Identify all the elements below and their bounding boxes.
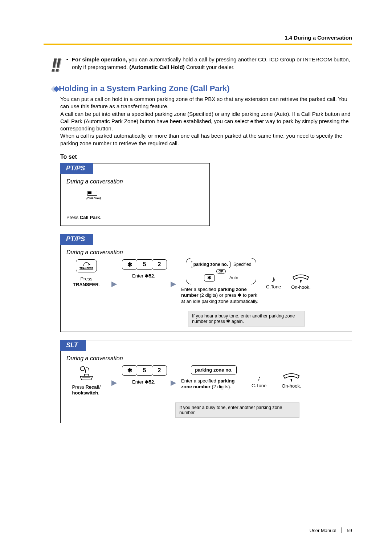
busy-tone-note: If you hear a busy tone, enter another p…: [188, 311, 305, 327]
parking-zone-no-pill: parking zone no.: [191, 365, 236, 374]
during-conversation-label: During a conversation: [66, 178, 204, 185]
on-hook-icon: On-hook.: [291, 274, 310, 290]
diamond-icon: ◆◆: [51, 84, 56, 93]
step-parking-zone-number: parking zone no. Enter a specified parki…: [181, 365, 246, 390]
procedure-box-ptps-simple: PT/PS During a conversation (Call Park) …: [60, 163, 210, 226]
bullet-dot: •: [66, 56, 68, 71]
key-sequence-icon: ✱ 5 2: [122, 365, 166, 376]
exclamation-icon: !!: [51, 56, 59, 73]
arrow-icon: ▶: [111, 374, 117, 387]
key-sequence-icon: ✱ 5 2: [122, 259, 166, 270]
step-parking-zone-choice: parking zone no. Specified OR ✱ Auto Ent…: [181, 259, 261, 304]
arrow-icon: ▶: [171, 374, 176, 387]
handset-down-icon: [291, 274, 310, 284]
footer-page-number: 59: [347, 528, 352, 533]
tab-ptps: PT/PS: [60, 163, 93, 174]
step-press-transfer: TRANSFER Press TRANSFER.: [66, 259, 106, 288]
section-title: Holding in a System Parking Zone (Call P…: [59, 84, 230, 93]
step-press-recall: Press Recall/hookswitch.: [66, 365, 106, 396]
parking-zone-no-pill: parking zone no.: [191, 261, 230, 268]
tab-ptps: PT/PS: [60, 234, 93, 245]
during-conversation-label: During a conversation: [66, 249, 346, 256]
tab-slt: SLT: [60, 340, 86, 351]
to-set-heading: To set: [60, 154, 352, 160]
transfer-button-icon: TRANSFER: [76, 259, 97, 272]
step-enter-52: ✱ 5 2 Enter ✱52.: [122, 365, 166, 385]
procedure-box-slt: SLT During a conversation Pr: [60, 340, 352, 424]
arrow-icon: ▶: [111, 276, 117, 288]
footer-manual-label: User Manual: [310, 528, 336, 533]
handset-down-icon: [282, 373, 301, 383]
page-footer: User Manual 59: [310, 527, 352, 533]
section-title-row: ◆◆ Holding in a System Parking Zone (Cal…: [51, 84, 352, 93]
star-key-icon: ✱: [204, 274, 215, 281]
step-press-call-park: (Call Park) Press Call Park.: [83, 191, 101, 220]
confirmation-tone-icon: ♪ C.Tone: [252, 373, 266, 388]
confirmation-tone-icon: ♪ C.Tone: [266, 275, 281, 289]
call-park-button-icon: (Call Park): [84, 191, 100, 204]
or-pill: OR: [216, 269, 226, 274]
arrow-icon: ▶: [171, 276, 176, 288]
section-paragraph: You can put a call on hold in a common p…: [60, 96, 352, 147]
on-hook-icon: On-hook.: [282, 373, 301, 389]
hookswitch-icon: [77, 365, 95, 381]
during-conversation-label: During a conversation: [66, 355, 346, 362]
step-enter-52: ✱ 5 2 Enter ✱52.: [122, 259, 166, 279]
procedure-box-ptps-full: PT/PS During a conversation TRANSFER Pre…: [60, 234, 352, 332]
chapter-header: 1.4 During a Conversation: [44, 35, 352, 45]
note-text: For simple operation, you can automatica…: [72, 56, 352, 71]
busy-tone-note: If you hear a busy tone, enter another p…: [175, 402, 299, 418]
important-note: !! • For simple operation, you can autom…: [51, 56, 352, 73]
